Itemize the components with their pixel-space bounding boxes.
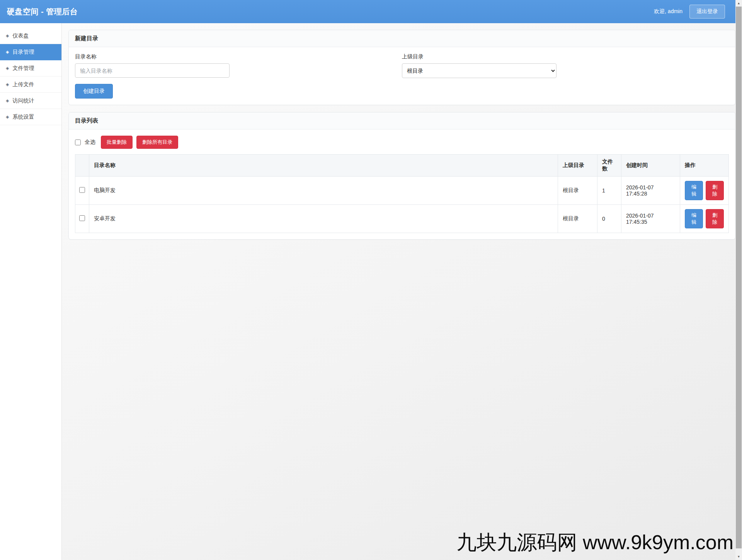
cell-parent-directory: 根目录 [558,177,597,205]
directory-name-label: 目录名称 [75,53,402,60]
header-parent-directory: 上级目录 [558,155,597,177]
vertical-scrollbar[interactable]: ▲ ▼ [735,0,742,560]
watermark-text: 九块九源码网 www.9k9ym.com [456,529,733,556]
new-directory-card-title: 新建目录 [69,30,735,47]
cell-created-time: 2026-01-07 17:45:35 [621,205,680,233]
sidebar-item-system-settings[interactable]: ◈ 系统设置 [0,109,61,125]
header-checkbox-column [75,155,89,177]
table-header-row: 目录名称 上级目录 文件数 创建时间 操作 [75,155,729,177]
header-actions: 操作 [680,155,729,177]
create-directory-button[interactable]: 创建目录 [75,84,113,99]
sidebar-item-label: 目录管理 [12,49,34,56]
sidebar: ◈ 仪表盘 ◈ 目录管理 ◈ 文件管理 ◈ 上传文件 ◈ 访问统计 ◈ 系统设置 [0,23,62,560]
sidebar-item-label: 文件管理 [12,65,34,72]
diamond-icon: ◈ [6,49,9,54]
diamond-icon: ◈ [6,33,9,38]
scrollbar-thumb[interactable] [736,7,742,548]
sidebar-item-dashboard[interactable]: ◈ 仪表盘 [0,28,61,44]
delete-all-button[interactable]: 删除所有目录 [136,136,178,149]
edit-button[interactable]: 编辑 [685,209,703,228]
header-created-time: 创建时间 [621,155,680,177]
table-row: 安卓开发 根目录 0 2026-01-07 17:45:35 编辑 删除 [75,205,729,233]
scroll-down-icon[interactable]: ▼ [735,553,742,560]
list-toolbar: 全选 批量删除 删除所有目录 [75,136,729,149]
cell-created-time: 2026-01-07 17:45:28 [621,177,680,205]
cell-directory-name: 电脑开发 [89,177,558,205]
diamond-icon: ◈ [6,114,9,119]
sidebar-item-label: 上传文件 [12,81,34,88]
directory-list-card: 目录列表 全选 批量删除 删除所有目录 [68,112,735,240]
parent-directory-select[interactable]: 根目录 [402,63,556,78]
sidebar-item-label: 仪表盘 [12,32,29,39]
top-header: 硬盘空间 - 管理后台 欢迎, admin 退出登录 [0,0,742,23]
sidebar-item-upload-file[interactable]: ◈ 上传文件 [0,77,61,93]
main-content: 新建目录 目录名称 上级目录 根目录 [62,23,742,560]
page-title: 硬盘空间 - 管理后台 [7,7,78,17]
new-directory-card: 新建目录 目录名称 上级目录 根目录 [68,30,735,105]
scroll-up-icon[interactable]: ▲ [735,0,742,7]
sidebar-item-directory-management[interactable]: ◈ 目录管理 [0,44,61,60]
cell-parent-directory: 根目录 [558,205,597,233]
welcome-text: 欢迎, admin [654,8,682,15]
admin-app: 硬盘空间 - 管理后台 欢迎, admin 退出登录 ◈ 仪表盘 ◈ 目录管理 … [0,0,742,560]
header-file-count: 文件数 [597,155,621,177]
directory-table: 目录名称 上级目录 文件数 创建时间 操作 电脑开发 根目录 [75,154,729,233]
diamond-icon: ◈ [6,82,9,87]
cell-file-count: 0 [597,205,621,233]
row-checkbox[interactable] [79,187,85,193]
diamond-icon: ◈ [6,66,9,71]
sidebar-item-file-management[interactable]: ◈ 文件管理 [0,60,61,77]
delete-button[interactable]: 删除 [706,181,724,200]
select-all-checkbox[interactable] [75,140,81,145]
diamond-icon: ◈ [6,98,9,103]
cell-file-count: 1 [597,177,621,205]
batch-delete-button[interactable]: 批量删除 [101,136,133,149]
table-row: 电脑开发 根目录 1 2026-01-07 17:45:28 编辑 删除 [75,177,729,205]
sidebar-item-label: 系统设置 [12,114,34,121]
delete-button[interactable]: 删除 [706,209,724,228]
directory-name-input[interactable] [75,63,230,78]
select-all-label: 全选 [85,139,95,146]
directory-list-card-title: 目录列表 [69,112,735,129]
sidebar-item-label: 访问统计 [12,97,34,104]
parent-directory-label: 上级目录 [402,53,729,60]
cell-directory-name: 安卓开发 [89,205,558,233]
header-directory-name: 目录名称 [89,155,558,177]
sidebar-item-access-stats[interactable]: ◈ 访问统计 [0,93,61,109]
logout-button[interactable]: 退出登录 [689,5,725,19]
row-checkbox[interactable] [79,215,85,221]
edit-button[interactable]: 编辑 [685,181,703,200]
header-right: 欢迎, admin 退出登录 [654,5,725,19]
